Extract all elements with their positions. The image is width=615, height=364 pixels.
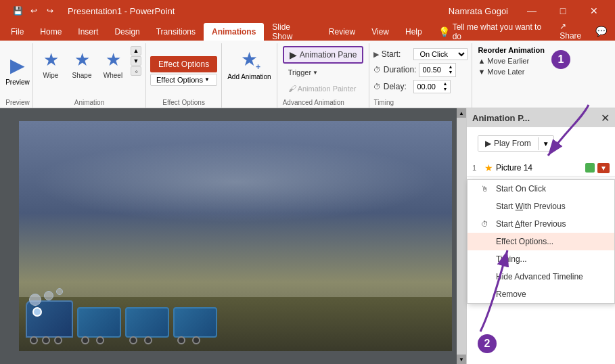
main-content: ▲ ▼ Animation P... ✕ ▶ Play From ▼ 1 ★ P… xyxy=(0,108,615,364)
effect-options-menu-label: Effect Options... xyxy=(496,237,553,246)
effect-dropdown-btn[interactable]: Effect Options ▼ xyxy=(150,74,217,86)
hide-timeline-item[interactable]: Hide Advanced Timeline xyxy=(468,268,614,286)
play-from-area: ▶ Play From ▼ xyxy=(467,127,615,160)
duration-arrows[interactable]: ▲ ▼ xyxy=(449,64,453,76)
tab-help[interactable]: Help xyxy=(397,23,430,41)
start-select[interactable]: On Click xyxy=(413,48,468,60)
redo-icon[interactable]: ↪ xyxy=(43,4,57,18)
move-later-button[interactable]: ▼ Move Later xyxy=(478,68,545,76)
slide-canvas xyxy=(19,121,452,351)
remove-label: Remove xyxy=(496,290,526,299)
tab-transitions[interactable]: Transitions xyxy=(148,23,204,41)
animation-list-item[interactable]: 1 ★ Picture 14 ▼ xyxy=(467,160,615,177)
wheel-animation-btn[interactable]: ★ Wheel xyxy=(98,46,128,82)
smoke xyxy=(29,294,63,306)
tab-review[interactable]: Review xyxy=(321,23,363,41)
animation-painter-label: Animation Painter xyxy=(298,85,357,93)
animation-pane-button[interactable]: ▶ Animation Pane xyxy=(283,46,364,64)
tab-insert[interactable]: Insert xyxy=(70,23,106,41)
trigger-button[interactable]: Trigger ▼ xyxy=(283,67,323,78)
animation-pane-icon: ▶ xyxy=(290,49,297,60)
tab-view[interactable]: View xyxy=(363,23,397,41)
play-icon: ▶ xyxy=(485,139,491,148)
timing-label: Timing... xyxy=(496,254,527,264)
preview-btn[interactable]: ▶ Preview xyxy=(5,53,30,86)
scroll-down[interactable]: ▼ xyxy=(131,56,141,66)
start-row: ▶ Start: On Click xyxy=(373,48,468,60)
left-sidebar xyxy=(0,108,14,364)
advanced-animation-label: Advanced Animation xyxy=(283,99,344,106)
animation-painter-row: 🖌 Animation Painter xyxy=(283,81,364,96)
tab-slideshow[interactable]: Slide Show xyxy=(264,23,321,41)
delay-arrows[interactable]: ▲ ▼ xyxy=(442,81,447,93)
play-from-label: Play From xyxy=(494,139,531,148)
effect-options-stack: Effect Options Effect Options ▼ xyxy=(150,56,217,86)
scroll-up-btn[interactable]: ▲ xyxy=(457,108,466,118)
close-button[interactable]: ✕ xyxy=(578,0,610,22)
reorder-group: Reorder Animation ▲ Move Earlier ▼ Move … xyxy=(472,43,550,108)
user-name: Namrata Gogoi xyxy=(449,6,508,16)
train-car-2 xyxy=(125,307,169,338)
duration-value[interactable]: 00.50 ▲ ▼ xyxy=(419,63,456,77)
item-number: 1 xyxy=(472,164,482,172)
share-button[interactable]: ↗ Share xyxy=(560,22,590,41)
scroll-more[interactable]: ⬦ xyxy=(131,66,141,76)
move-earlier-button[interactable]: ▲ Move Earlier xyxy=(478,57,545,65)
scroll-down-btn[interactable]: ▼ xyxy=(457,355,466,364)
duration-row: ⏱ Duration: 00.50 ▲ ▼ xyxy=(373,63,468,77)
maximize-button[interactable]: □ xyxy=(547,0,578,22)
train-car-1 xyxy=(77,307,121,338)
tab-animations[interactable]: Animations xyxy=(204,23,264,41)
start-after-previous-label: Start After Previous xyxy=(496,219,566,229)
effect-label: Effect Options xyxy=(162,99,205,106)
effect-options-item[interactable]: Effect Options... xyxy=(468,233,614,250)
start-on-click-item[interactable]: 🖱 Start On Click xyxy=(468,180,614,198)
quick-access-toolbar: 💾 ↩ ↪ xyxy=(5,4,62,18)
undo-icon[interactable]: ↩ xyxy=(27,4,41,18)
delay-row: ⏱ Delay: 00.00 ▲ ▼ xyxy=(373,80,468,94)
remove-item[interactable]: Remove xyxy=(468,286,614,303)
title-bar-right: Namrata Gogoi — □ ✕ xyxy=(449,0,610,22)
animation-pane-label: Animation Pane xyxy=(300,50,357,60)
tab-tellme[interactable]: 💡 Tell me what you want to do xyxy=(430,23,560,41)
start-label: ▶ Start: xyxy=(373,49,411,59)
start-after-previous-item[interactable]: ⏱ Start After Previous xyxy=(468,215,614,233)
delay-label: ⏱ Delay: xyxy=(373,82,411,91)
item-star-icon: ★ xyxy=(484,162,493,173)
train-car-3 xyxy=(173,307,217,338)
slide-area[interactable] xyxy=(14,108,457,364)
start-with-previous-item[interactable]: Start With Previous xyxy=(468,198,614,215)
ribbon: ▶ Preview Preview ★ Wipe ★ Shape ★ xyxy=(0,41,615,108)
wipe-animation-btn[interactable]: ★ Wipe xyxy=(36,46,66,82)
add-animation-btn[interactable]: ★+ Add Animation xyxy=(227,46,271,81)
shape-animation-btn[interactable]: ★ Shape xyxy=(67,46,97,82)
effect-options-button[interactable]: Effect Options xyxy=(150,56,217,72)
tab-design[interactable]: Design xyxy=(106,23,147,41)
save-icon[interactable]: 💾 xyxy=(11,4,24,18)
timing-item[interactable]: Timing... xyxy=(468,250,614,268)
play-from-button[interactable]: ▶ Play From ▼ xyxy=(478,135,554,152)
add-animation-group: ★+ Add Animation xyxy=(222,43,277,108)
vertical-scrollbar[interactable]: ▲ ▼ xyxy=(457,108,466,364)
tab-home[interactable]: Home xyxy=(32,23,70,41)
train xyxy=(26,300,217,338)
on-click-icon: 🖱 xyxy=(481,185,492,193)
scroll-up[interactable]: ▲ xyxy=(131,46,141,55)
play-from-dropdown-arrow[interactable]: ▼ xyxy=(538,137,553,150)
animation-painter-button[interactable]: 🖌 Animation Painter xyxy=(283,83,362,95)
trigger-row: Trigger ▼ xyxy=(283,66,364,79)
animation-scroll[interactable]: ▲ ▼ ⬦ xyxy=(129,46,143,76)
minimize-button[interactable]: — xyxy=(516,0,547,22)
hide-timeline-label: Hide Advanced Timeline xyxy=(496,272,583,281)
window-controls: — □ ✕ xyxy=(516,0,610,22)
ribbon-tabs: File Home Insert Design Transitions Anim… xyxy=(0,22,615,41)
item-color-indicator xyxy=(585,163,595,173)
item-dropdown-button[interactable]: ▼ xyxy=(597,163,610,173)
delay-value[interactable]: 00.00 ▲ ▼ xyxy=(413,80,451,94)
wheel-label: Wheel xyxy=(104,72,122,79)
start-on-click-label: Start On Click xyxy=(496,184,546,194)
animation-pane-close-button[interactable]: ✕ xyxy=(601,112,610,124)
wipe-label: Wipe xyxy=(43,72,59,79)
comments-button[interactable]: 💬 xyxy=(595,26,607,37)
tab-file[interactable]: File xyxy=(3,23,32,41)
